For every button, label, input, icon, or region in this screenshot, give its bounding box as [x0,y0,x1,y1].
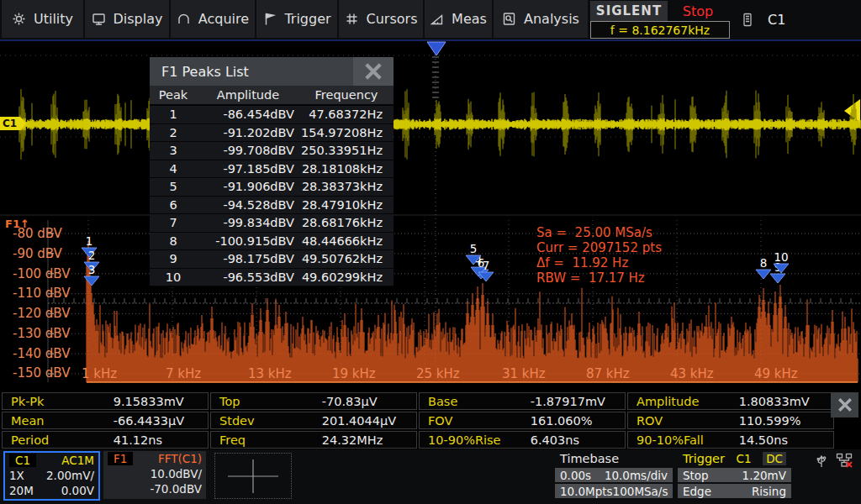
menu-utility-label: Utility [34,11,73,27]
fft-db-tick: -140 dBV [13,346,97,361]
fft-freq-tick: 19 kHz [332,366,376,381]
menu-meas-label: Meas [452,11,487,27]
meas-period: Period41.12ns [2,431,209,449]
timebase-title: Timebase [560,452,619,465]
fft-db-tick: -90 dBV [13,246,97,261]
dialog-title: F1 Peaks List [150,64,353,80]
measurements-close-button[interactable] [831,392,858,417]
active-channel-label: C1 [768,12,785,28]
col-amplitude: Amplitude [197,88,299,102]
menu-utility[interactable]: Utility [2,0,83,38]
timebase-samplerate: 100MSa/s [613,485,668,498]
peaks-table-header: Peak Amplitude Frequency [150,86,394,106]
trigger-panel[interactable]: Trigger C1 DC Stop1.20mV EdgeRising [678,451,791,498]
peak-row: 5-91.906dBV28.38373kHz [150,178,394,197]
trigger-coupling: DC [763,452,786,465]
trigger-source: C1 [737,452,752,465]
c1-coupling: AC1M [61,454,94,467]
cursors-grid-icon [345,12,359,26]
menu-trigger[interactable]: Trigger [256,0,337,38]
peak-row: 1-86.454dBV47.68372Hz [150,106,394,124]
menu-analysis[interactable]: Analysis [494,0,588,38]
col-frequency: Frequency [299,88,394,102]
meas-rov: ROV110.599% [627,412,834,429]
fft-info-readout: Sa = 25.00 MSa/s Curr = 2097152 pts Δf =… [536,225,662,286]
scope-graticule: 64751239810 [0,39,861,391]
menu-meas[interactable]: Meas [425,0,492,38]
siglent-logo: SIGLENT [590,1,668,21]
display-icon [92,12,106,26]
fft-freq-tick: 31 kHz [502,366,546,381]
peak-row: 7-99.834dBV28.68176kHz [150,214,394,233]
fft-db-tick: -130 dBV [13,326,97,341]
fft-peak-marker: 8 [760,256,768,270]
math-f1-descriptor[interactable]: F1FFT(C1) 10.0dBV/ -70.0dBV [103,451,206,499]
frequency-counter: f = 8.162767kHz [590,21,730,39]
f1-scale: 10.0dBV/ [151,467,202,480]
meas-top: Top-70.83µV [210,392,417,410]
fft-db-tick: -110 dBV [13,286,97,301]
fft-freq-tick: 87 kHz [586,366,630,381]
meas-fov: FOV161.060% [419,412,626,429]
f1-function: FFT(C1) [158,452,202,465]
fft-freq-tick: 1 kHz [82,366,117,381]
col-peak: Peak [150,88,197,102]
peak-row: 10-96.553dBV49.60299kHz [150,269,394,287]
bottom-bar: C1AC1M 1X2.00mV/ 20M0.00V F1FFT(C1) 10.0… [0,449,861,504]
menu-display-label: Display [114,11,163,27]
menu-display[interactable]: Display [85,0,169,38]
fft-db-tick: -100 dBV [13,266,97,281]
menu-acquire-label: Acquire [198,11,249,27]
close-icon [837,397,853,412]
fft-freq-tick: 7 kHz [166,366,201,381]
c1-scale: 2.00mV/ [46,469,94,482]
peak-row: 2-91.202dBV154.97208Hz [150,124,394,143]
timebase-memory: 10.0Mpts [560,485,613,498]
trigger-state: Stop [683,469,709,482]
dialog-titlebar: F1 Peaks List [150,57,394,86]
analysis-icon [502,12,516,26]
fft-peak-marker: 7 [483,259,490,272]
active-channel-indicator[interactable]: C1 [740,0,785,39]
fft-freq-tick: 25 kHz [416,366,460,381]
empty-descriptor-slot[interactable] [214,453,292,499]
trigger-title: Trigger [683,452,725,465]
meas-mean: Mean-66.4433µV [2,412,209,429]
channel-position-flag[interactable]: C1 [0,117,20,130]
fft-freq-tick: 13 kHz [248,366,292,381]
close-icon [364,62,383,81]
fft-db-tick: -120 dBV [13,306,97,321]
peak-row: 8-100.915dBV48.44666kHz [150,233,394,251]
brand-status-box: SIGLENT Stop f = 8.162767kHz [590,1,730,39]
menu-cursors[interactable]: Cursors [339,0,423,38]
gear-icon [12,12,26,26]
peak-row: 3-99.708dBV250.33951Hz [150,142,394,160]
flag-icon [262,12,277,26]
meas-amplitude: Amplitude1.80833mV [627,392,834,410]
f1-name: F1 [108,452,133,465]
fft-peak-marker: 10 [774,250,788,264]
channel1-descriptor[interactable]: C1AC1M 1X2.00mV/ 20M0.00V [3,451,100,501]
timebase-panel[interactable]: Timebase 0.00s10.0ms/div 10.0Mpts100MSa/… [555,451,673,498]
menu-trigger-label: Trigger [284,11,330,27]
fft-peak-marker: 5 [470,242,478,255]
dialog-close-button[interactable] [353,57,394,86]
meas-pkpk: Pk-Pk9.15833mV [2,392,209,410]
acquisition-state: Stop [668,1,728,21]
timebase-delay: 0.00s [560,469,591,482]
peak-row: 9-98.175dBV49.50762kHz [150,250,394,269]
peak-row: 6-94.528dBV28.47910kHz [150,197,394,215]
fft-db-tick: -80 dBV [13,226,97,241]
fft-freq-tick: 49 kHz [754,366,798,381]
peaks-list-dialog: F1 Peaks List Peak Amplitude Frequency 1… [150,57,394,286]
trigger-level: 1.20mV [742,469,786,482]
acquire-icon [177,12,191,26]
meas-fall: 90-10%Fall14.50ns [627,431,834,449]
menu-acquire[interactable]: Acquire [171,0,255,38]
lan-disconnected-icon [836,453,853,468]
measurements-panel: Pk-Pk9.15833mV Top-70.83µV Base-1.87917m… [0,391,861,449]
meas-base: Base-1.87917mV [419,392,626,410]
list-icon [740,13,754,27]
meas-freq: Freq24.32MHz [210,431,417,449]
c1-probe: 1X [9,469,24,482]
